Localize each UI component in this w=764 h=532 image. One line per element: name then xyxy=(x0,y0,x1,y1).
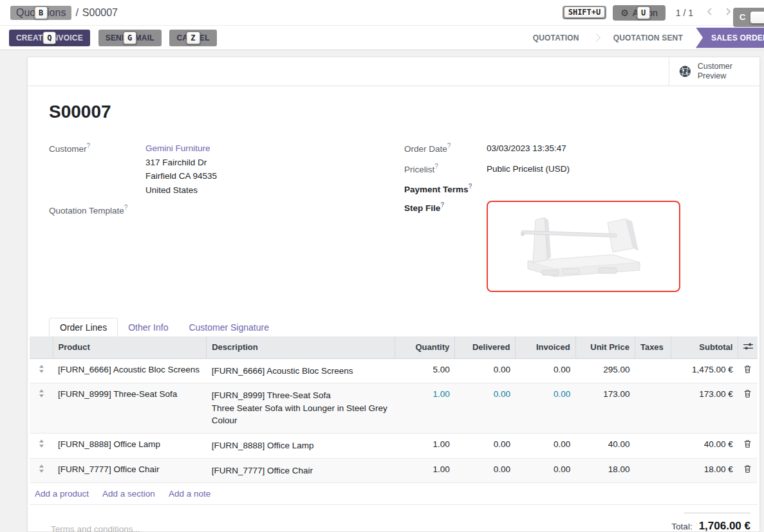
cell-unit-price[interactable]: 295.00 xyxy=(575,358,635,383)
card-header: Customer Preview xyxy=(28,57,759,86)
breadcrumb-quotations[interactable]: Quotations B xyxy=(10,6,71,20)
gear-icon: ⚙ xyxy=(620,8,629,18)
column-unit-price[interactable]: Unit Price xyxy=(575,336,635,359)
top-navigation-bar: Quotations B / S00007 SHIFT+U ⚙ Action U… xyxy=(0,0,764,26)
pager-count: 1 / 1 xyxy=(676,8,693,18)
cell-subtotal: 1,475.00 € xyxy=(671,358,738,383)
add-a-product-link[interactable]: Add a product xyxy=(35,489,89,499)
cell-quantity[interactable]: 1.00 xyxy=(395,433,454,458)
customer-label: Customer? xyxy=(49,142,145,197)
table-footer-links-row: Add a product Add a section Add a note xyxy=(30,483,758,505)
field-quotation-template[interactable]: Quotation Template? xyxy=(49,203,404,216)
cell-taxes[interactable] xyxy=(635,383,671,434)
cell-description[interactable]: [FURN_8888] Office Lamp xyxy=(207,433,395,458)
table-row[interactable]: [FURN_6666] Acoustic Bloc Screens [FURN_… xyxy=(30,358,758,383)
hint-key-shift-u: SHIFT+U xyxy=(564,6,606,18)
cell-delivered[interactable]: 0.00 xyxy=(455,383,516,434)
cell-product[interactable]: [FURN_6666] Acoustic Bloc Screens xyxy=(53,358,207,383)
cell-taxes[interactable] xyxy=(635,458,671,483)
pricelist-value[interactable]: Public Pricelist (USD) xyxy=(487,162,570,176)
status-sales-order[interactable]: SALES ORDER xyxy=(696,28,764,48)
customer-link[interactable]: Gemini Furniture xyxy=(145,143,210,153)
column-subtotal[interactable]: Subtotal xyxy=(671,336,738,359)
tab-order-lines[interactable]: Order Lines xyxy=(49,318,118,336)
drag-handle-icon[interactable] xyxy=(30,433,53,458)
column-quantity[interactable]: Quantity xyxy=(395,336,454,359)
pager-next-icon[interactable] xyxy=(725,7,732,18)
cell-product[interactable]: [FURN_7777] Office Chair xyxy=(53,458,207,483)
hint-shift-u-wrap: SHIFT+U xyxy=(563,6,607,19)
cell-unit-price[interactable]: 40.00 xyxy=(575,433,635,458)
page-title: S00007 xyxy=(49,102,747,122)
column-invoiced[interactable]: Invoiced xyxy=(516,336,575,359)
cell-taxes[interactable] xyxy=(635,358,671,383)
help-marker: ? xyxy=(87,142,91,149)
cancel-button[interactable]: CANCEL Z xyxy=(169,30,216,46)
order-date-label: Order Date? xyxy=(404,142,487,156)
order-date-value[interactable]: 03/03/2023 13:35:47 xyxy=(487,142,566,156)
tab-other-info[interactable]: Other Info xyxy=(118,318,178,336)
terms-and-conditions-input[interactable]: Terms and conditions... xyxy=(28,513,140,532)
delete-row-icon[interactable] xyxy=(738,383,758,434)
hint-key-cancel: Z xyxy=(186,31,200,44)
hint-key-breadcrumb: B xyxy=(34,6,48,19)
cell-invoiced[interactable]: 0.00 xyxy=(516,358,575,383)
breadcrumb: Quotations B / S00007 xyxy=(10,6,118,20)
tab-customer-signature[interactable]: Customer Signature xyxy=(178,318,279,336)
form-sheet: S00007 Customer? Gemini Furniture 317 Fa… xyxy=(28,86,759,532)
drag-handle-icon[interactable] xyxy=(30,458,53,483)
cell-subtotal: 18.00 € xyxy=(671,458,738,483)
cell-invoiced[interactable]: 0.00 xyxy=(516,433,575,458)
help-marker: ? xyxy=(447,142,451,149)
table-row[interactable]: [FURN_8888] Office Lamp [FURN_8888] Offi… xyxy=(30,433,758,458)
cell-taxes[interactable] xyxy=(635,433,671,458)
cell-invoiced[interactable]: 0.00 xyxy=(516,458,575,483)
add-a-section-link[interactable]: Add a section xyxy=(102,489,155,499)
delete-row-icon[interactable] xyxy=(738,433,758,458)
cell-unit-price[interactable]: 18.00 xyxy=(575,458,635,483)
column-description[interactable]: Description xyxy=(207,336,395,359)
status-quotation[interactable]: QUOTATION xyxy=(520,33,592,42)
cell-delivered[interactable]: 0.00 xyxy=(455,433,516,458)
table-row[interactable]: [FURN_8999] Three-Seat Sofa [FURN_8999] … xyxy=(30,383,758,434)
cell-product[interactable]: [FURN_8999] Three-Seat Sofa xyxy=(53,383,207,434)
status-quotation-sent[interactable]: QUOTATION SENT xyxy=(601,33,696,42)
customer-address-line: Fairfield CA 94535 xyxy=(145,169,217,183)
delete-row-icon[interactable] xyxy=(738,458,758,483)
customer-preview-button[interactable]: Customer Preview xyxy=(669,57,759,86)
column-taxes[interactable]: Taxes xyxy=(635,336,671,359)
drag-handle-icon[interactable] xyxy=(30,383,53,434)
cutoff-create-button[interactable]: C xyxy=(733,8,764,27)
drag-handle-icon[interactable] xyxy=(30,358,53,383)
column-delivered[interactable]: Delivered xyxy=(455,336,516,359)
optional-columns-button[interactable] xyxy=(738,336,758,359)
cell-quantity[interactable]: 5.00 xyxy=(395,358,454,383)
send-email-button[interactable]: SEND EMAIL G xyxy=(98,30,162,46)
cell-description[interactable]: [FURN_7777] Office Chair xyxy=(207,458,395,483)
cell-description[interactable]: [FURN_6666] Acoustic Bloc Screens xyxy=(207,358,395,383)
action-menu-button[interactable]: ⚙ Action U xyxy=(613,5,665,21)
cell-subtotal: 173.00 € xyxy=(671,383,738,434)
cell-description[interactable]: [FURN_8999] Three-Seat Sofa Three Seater… xyxy=(207,383,395,434)
step-file-3d-model xyxy=(516,211,651,282)
add-a-note-link[interactable]: Add a note xyxy=(169,489,210,499)
cell-invoiced[interactable]: 0.00 xyxy=(516,383,575,434)
cell-unit-price[interactable]: 173.00 xyxy=(575,383,635,434)
create-invoice-button[interactable]: CREATE INVOICE Q xyxy=(9,30,90,46)
cell-quantity[interactable]: 1.00 xyxy=(395,458,454,483)
hint-key-action: U xyxy=(637,6,650,19)
statusbar: QUOTATION QUOTATION SENT SALES ORDER xyxy=(520,26,764,50)
column-product[interactable]: Product xyxy=(53,336,207,359)
hint-key-send-email: G xyxy=(123,31,136,44)
table-row[interactable]: [FURN_7777] Office Chair [FURN_7777] Off… xyxy=(30,458,758,483)
delete-row-icon[interactable] xyxy=(738,358,758,383)
cell-quantity[interactable]: 1.00 xyxy=(395,383,454,434)
step-file-label: Step File? xyxy=(404,201,487,292)
field-step-file: Step File? xyxy=(404,201,747,292)
pager-previous-icon[interactable] xyxy=(706,7,713,18)
cell-product[interactable]: [FURN_8888] Office Lamp xyxy=(53,433,207,458)
customer-address-line: United States xyxy=(145,183,217,197)
cell-delivered[interactable]: 0.00 xyxy=(455,358,516,383)
cell-delivered[interactable]: 0.00 xyxy=(455,458,516,483)
step-file-image[interactable] xyxy=(487,201,680,292)
